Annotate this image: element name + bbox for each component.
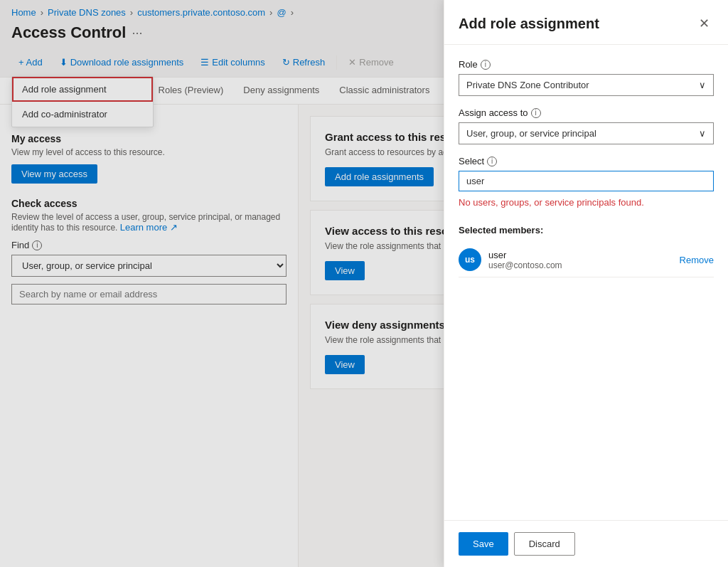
select-field-label: Select i bbox=[459, 156, 714, 166]
role-field-label: Role i bbox=[459, 59, 714, 70]
overlay bbox=[0, 0, 444, 567]
assign-info-icon[interactable]: i bbox=[531, 108, 541, 118]
member-info: user user@contoso.com bbox=[488, 250, 673, 270]
assign-access-label: Assign access to i bbox=[459, 107, 714, 118]
role-info-icon[interactable]: i bbox=[481, 60, 491, 70]
side-panel: Add role assignment ✕ Role i Private DNS… bbox=[444, 0, 728, 567]
member-email: user@contoso.com bbox=[488, 260, 673, 270]
save-button[interactable]: Save bbox=[459, 532, 508, 556]
assign-access-select[interactable]: User, group, or service principal ∨ bbox=[459, 122, 714, 144]
side-panel-body: Role i Private DNS Zone Contributor ∨ As… bbox=[444, 45, 728, 520]
member-item: us user user@contoso.com Remove bbox=[459, 243, 714, 277]
selected-members-section: Selected members: us user user@contoso.c… bbox=[459, 225, 714, 277]
avatar: us bbox=[459, 248, 481, 271]
select-info-icon[interactable]: i bbox=[487, 157, 497, 166]
select-input[interactable] bbox=[459, 171, 714, 191]
member-name: user bbox=[488, 250, 673, 260]
role-select[interactable]: Private DNS Zone Contributor ∨ bbox=[459, 74, 714, 96]
assign-chevron-icon: ∨ bbox=[699, 128, 706, 139]
side-panel-header: Add role assignment ✕ bbox=[444, 0, 728, 45]
role-chevron-icon: ∨ bbox=[699, 80, 706, 90]
assign-access-field-group: Assign access to i User, group, or servi… bbox=[459, 107, 714, 144]
role-field-group: Role i Private DNS Zone Contributor ∨ bbox=[459, 59, 714, 96]
select-field-group: Select i No users, groups, or service pr… bbox=[459, 156, 714, 213]
selected-members-label: Selected members: bbox=[459, 225, 714, 235]
no-results-message: No users, groups, or service principals … bbox=[459, 191, 714, 213]
side-panel-footer: Save Discard bbox=[444, 520, 728, 567]
discard-button[interactable]: Discard bbox=[514, 532, 575, 556]
remove-member-link[interactable]: Remove bbox=[680, 255, 714, 265]
close-panel-button[interactable]: ✕ bbox=[695, 14, 714, 33]
side-panel-title: Add role assignment bbox=[459, 16, 599, 32]
